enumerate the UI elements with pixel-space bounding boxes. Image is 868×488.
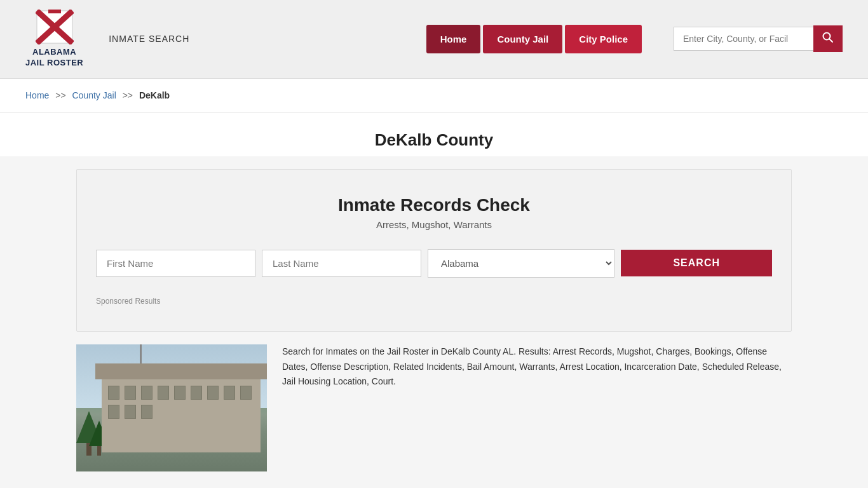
jail-building-image: [76, 344, 267, 471]
logo-text: ALABAMA JAIL ROSTER: [25, 47, 83, 69]
sponsored-results-label: Sponsored Results: [96, 297, 772, 306]
records-search-button[interactable]: SEARCH: [621, 250, 772, 276]
breadcrumb-home-link[interactable]: Home: [25, 90, 49, 100]
city-police-nav-button[interactable]: City Police: [565, 25, 642, 53]
breadcrumb-separator-1: >>: [55, 90, 65, 100]
first-name-input[interactable]: [96, 250, 255, 277]
records-subtitle: Arrests, Mugshot, Warrants: [96, 219, 772, 230]
records-check-box: Inmate Records Check Arrests, Mugshot, W…: [76, 169, 792, 332]
inmate-search-form: AlabamaAlaskaArizonaArkansasCaliforniaCo…: [96, 249, 772, 278]
header-search-bar: [674, 25, 843, 52]
svg-line-5: [830, 39, 833, 43]
state-select[interactable]: AlabamaAlaskaArizonaArkansasCaliforniaCo…: [428, 249, 614, 278]
page-title: DeKalb County: [25, 130, 843, 150]
breadcrumb-separator-2: >>: [123, 90, 133, 100]
page-title-section: DeKalb County: [0, 112, 868, 156]
header-search-input[interactable]: [674, 27, 813, 51]
inmate-search-label: INMATE SEARCH: [109, 34, 189, 44]
svg-rect-3: [48, 10, 61, 13]
main-nav: Home County Jail City Police: [426, 25, 642, 53]
site-logo[interactable]: ALABAMA JAIL ROSTER: [25, 10, 83, 69]
county-description: Search for Inmates on the Jail Roster in…: [282, 344, 792, 390]
breadcrumb: Home >> County Jail >> DeKalb: [0, 79, 868, 112]
records-title: Inmate Records Check: [96, 195, 772, 215]
bottom-content: Search for Inmates on the Jail Roster in…: [76, 344, 792, 471]
breadcrumb-current: DeKalb: [139, 90, 170, 100]
site-header: ALABAMA JAIL ROSTER INMATE SEARCH Home C…: [0, 0, 868, 79]
logo-image: [36, 10, 74, 44]
header-search-button[interactable]: [813, 25, 843, 52]
last-name-input[interactable]: [262, 250, 421, 277]
home-nav-button[interactable]: Home: [426, 25, 481, 53]
county-jail-nav-button[interactable]: County Jail: [483, 25, 562, 53]
breadcrumb-county-jail-link[interactable]: County Jail: [72, 90, 116, 100]
